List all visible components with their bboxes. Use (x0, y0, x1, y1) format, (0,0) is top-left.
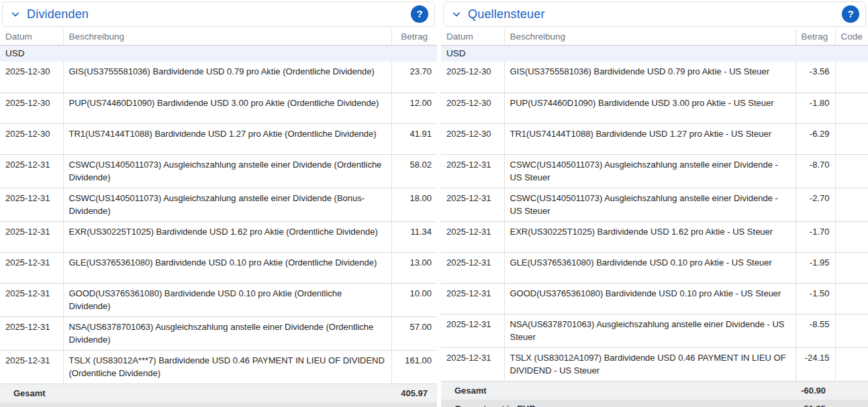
row-date: 2025-12-30 (0, 93, 63, 123)
total-code-empty (835, 400, 868, 407)
help-icon[interactable]: ? (842, 5, 859, 23)
total-amount: -51.85 (795, 400, 835, 407)
total-label: Gesamt (0, 384, 391, 402)
section-title-withholding-tax: Quellensteuer (468, 7, 545, 21)
withholding-tax-table-body: USD2025-12-30GIS(US3755581036) Bardivide… (441, 46, 868, 407)
dividends-table: DatumBeschreibungBetrag USD2025-12-30GIS… (0, 29, 437, 407)
row-amount: 161.00 (391, 350, 437, 384)
row-date: 2025-12-31 (0, 221, 63, 252)
row-description: GLE(US3765361080) Bardividende USD 0.10 … (63, 252, 391, 283)
row-description: PUP(US74460D1090) Bardividende USD 3.00 … (63, 93, 391, 123)
row-amount: -1.80 (795, 93, 835, 123)
table-row: 2025-12-31TSLX (US83012A1097) Bardividen… (441, 347, 868, 381)
total-code-empty (835, 381, 868, 400)
column-header-datum: Datum (0, 29, 63, 46)
total-amount: -60.90 (795, 381, 835, 400)
row-date: 2025-12-31 (441, 188, 504, 221)
currency-group-label: USD (0, 46, 437, 62)
row-amount: 58.02 (391, 154, 437, 188)
dividends-table-body: USD2025-12-30GIS(US3755581036) Bardivide… (0, 46, 437, 407)
statement-page: Dividenden ? DatumBeschreibungBetrag USD… (0, 0, 868, 407)
total-label: Gesamtwert in EUR (441, 400, 795, 407)
row-amount: 23.70 (391, 62, 437, 93)
row-description: GIS(US3755581036) Bardividende USD 0.79 … (504, 62, 795, 93)
table-row: 2025-12-31GLE(US3765361080) Bardividende… (441, 252, 868, 283)
row-date: 2025-12-30 (441, 93, 504, 123)
row-date: 2025-12-31 (0, 188, 63, 221)
row-code (835, 347, 868, 381)
grand-total-row: Gesamtwert in EUR-51.85 (441, 400, 868, 407)
row-amount: 18.00 (391, 188, 437, 221)
table-row: 2025-12-30PUP(US74460D1090) Bardividende… (0, 93, 437, 123)
withholding-tax-table-header: DatumBeschreibungBetragCode (441, 29, 868, 46)
total-label: Gesamt (441, 381, 795, 400)
table-row: 2025-12-31GOOD(US3765361080) Bardividend… (0, 283, 437, 316)
row-amount: 41.91 (391, 123, 437, 154)
table-row: 2025-12-31CSWC(US1405011073) Ausgleichsz… (441, 188, 868, 221)
chevron-down-icon (451, 9, 462, 19)
row-amount: -3.56 (795, 62, 835, 93)
withholding-tax-section-header[interactable]: Quellensteuer ? (443, 1, 866, 27)
table-row: 2025-12-30TR1(US74144T1088) Bardividende… (0, 123, 437, 154)
row-amount: -24.15 (795, 347, 835, 381)
table-row: 2025-12-31NSA(US6378701063) Ausgleichsza… (441, 314, 868, 347)
table-row: 2025-12-31CSWC(US1405011073) Ausgleichsz… (0, 154, 437, 188)
row-description: TR1(US74144T1088) Bardividende USD 1.27 … (504, 123, 795, 154)
withholding-tax-panel: Quellensteuer ? DatumBeschreibungBetragC… (441, 0, 868, 407)
table-row: 2025-12-30GIS(US3755581036) Bardividende… (0, 62, 437, 93)
row-date: 2025-12-31 (0, 154, 63, 188)
row-date: 2025-12-30 (0, 62, 63, 93)
column-header-betrag: Betrag (391, 29, 437, 46)
table-row: 2025-12-31TSLX (US83012A***7) Bardividen… (0, 350, 437, 384)
row-code (835, 188, 868, 221)
total-amount: 405.97 (391, 384, 437, 402)
section-title-dividends: Dividenden (27, 7, 89, 21)
dividends-section-header[interactable]: Dividenden ? (2, 1, 435, 27)
table-row: 2025-12-31CSWC(US1405011073) Ausgleichsz… (441, 154, 868, 188)
row-date: 2025-12-31 (441, 283, 504, 314)
row-code (835, 123, 868, 154)
table-row: 2025-12-30PUP(US74460D1090) Bardividende… (441, 93, 868, 123)
row-amount: -1.70 (795, 221, 835, 252)
row-amount: -8.70 (795, 154, 835, 188)
total-row: Gesamt-60.90 (441, 381, 868, 400)
row-amount: 10.00 (391, 283, 437, 316)
row-description: PUP(US74460D1090) Bardividende USD 3.00 … (504, 93, 795, 123)
row-date: 2025-12-31 (441, 347, 504, 381)
row-date: 2025-12-31 (0, 316, 63, 350)
currency-group-label: USD (441, 46, 868, 62)
help-icon[interactable]: ? (411, 5, 428, 23)
total-amount: 345.62 (391, 402, 437, 407)
total-label: Gesamtwert in EUR (0, 402, 391, 407)
row-code (835, 283, 868, 314)
row-amount: 13.00 (391, 252, 437, 283)
table-row: 2025-12-31CSWC(US1405011073) Ausgleichsz… (0, 188, 437, 221)
row-description: GOOD(US3765361080) Bardividende USD 0.10… (63, 283, 391, 316)
table-row: 2025-12-31GOOD(US3765361080) Bardividend… (441, 283, 868, 314)
row-description: TSLX (US83012A1097) Bardividende USD 0.4… (504, 347, 795, 381)
row-amount: -1.95 (795, 252, 835, 283)
row-code (835, 93, 868, 123)
row-amount: 57.00 (391, 316, 437, 350)
row-description: EXR(US30225T1025) Bardividende USD 1.62 … (63, 221, 391, 252)
row-code (835, 252, 868, 283)
currency-group-row: USD (441, 46, 868, 62)
row-date: 2025-12-31 (441, 221, 504, 252)
table-row: 2025-12-31NSA(US6378701063) Ausgleichsza… (0, 316, 437, 350)
row-amount: -1.50 (795, 283, 835, 314)
row-date: 2025-12-31 (0, 283, 63, 316)
currency-group-row: USD (0, 46, 437, 62)
row-description: GOOD(US3765361080) Bardividende USD 0.10… (504, 283, 795, 314)
row-description: GLE(US3765361080) Bardividende USD 0.10 … (504, 252, 795, 283)
row-description: GIS(US3755581036) Bardividende USD 0.79 … (63, 62, 391, 93)
withholding-tax-table: DatumBeschreibungBetragCode USD2025-12-3… (441, 29, 868, 407)
dividends-table-header: DatumBeschreibungBetrag (0, 29, 437, 46)
row-date: 2025-12-30 (441, 123, 504, 154)
table-row: 2025-12-31GLE(US3765361080) Bardividende… (0, 252, 437, 283)
row-date: 2025-12-31 (0, 350, 63, 384)
row-description: NSA(US6378701063) Ausgleichszahlung anst… (63, 316, 391, 350)
grand-total-row: Gesamtwert in EUR345.62 (0, 402, 437, 407)
row-amount: 11.34 (391, 221, 437, 252)
row-date: 2025-12-30 (441, 62, 504, 93)
row-date: 2025-12-31 (441, 154, 504, 188)
